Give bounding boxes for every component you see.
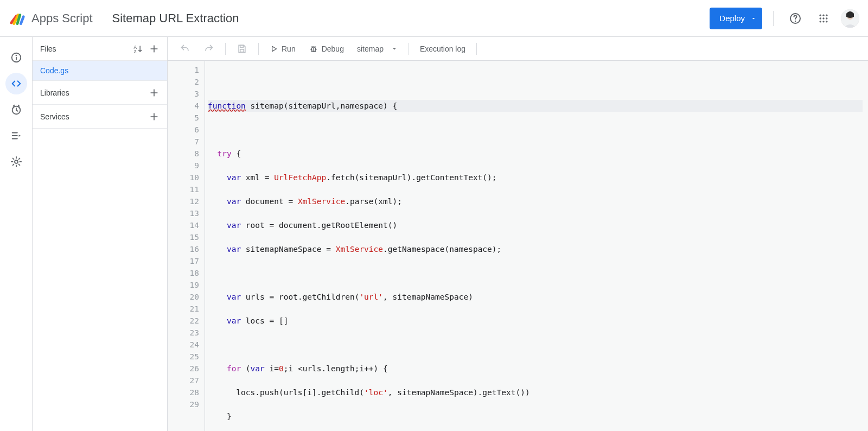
svg-point-2 (820, 14, 821, 16)
save-icon (237, 43, 247, 54)
services-section[interactable]: Services (33, 105, 167, 129)
toolbar-separator (225, 43, 226, 55)
svg-point-3 (822, 14, 824, 16)
code-editor[interactable]: 1234567891011121314151617181920212223242… (168, 61, 868, 431)
undo-icon (180, 43, 190, 54)
info-icon (10, 52, 22, 64)
svg-rect-20 (240, 45, 244, 47)
execution-log-label: Execution log (420, 45, 465, 53)
code-border (205, 61, 205, 431)
play-icon (270, 45, 278, 53)
executions-icon (10, 130, 22, 142)
editor-pane: Run Debug sitemap Execution log 12345678… (168, 37, 868, 431)
code-icon (10, 78, 22, 90)
file-item-code[interactable]: Code.gs (33, 61, 167, 81)
function-selector[interactable]: sitemap (353, 42, 402, 55)
logo-area: Apps Script (9, 10, 93, 27)
svg-point-17 (15, 160, 18, 163)
svg-rect-21 (240, 49, 244, 52)
toolbar-separator (258, 43, 259, 55)
debug-icon (309, 44, 318, 54)
files-label: Files (40, 45, 56, 53)
add-service-button[interactable] (149, 111, 159, 122)
redo-button[interactable] (199, 41, 219, 56)
apps-menu-button[interactable] (813, 8, 834, 29)
rail-triggers[interactable] (5, 99, 27, 121)
plus-icon (149, 111, 159, 122)
project-title[interactable]: Sitemap URL Extraction (112, 11, 239, 26)
code-content[interactable]: function sitemap(sitemapUrl,namespace) {… (205, 61, 868, 431)
rail-settings[interactable] (5, 151, 27, 173)
svg-point-14 (15, 55, 16, 56)
svg-text:Z: Z (134, 49, 137, 54)
function-selected: sitemap (357, 45, 384, 53)
debug-label: Debug (322, 45, 344, 53)
file-name: Code.gs (40, 66, 68, 75)
toolbar-separator (476, 43, 477, 55)
caret-down-icon (750, 15, 757, 22)
add-file-button[interactable] (149, 43, 159, 54)
rail-executions[interactable] (5, 125, 27, 147)
sort-files-button[interactable]: AZ (132, 43, 143, 54)
run-label: Run (282, 45, 296, 53)
apps-grid-icon (818, 13, 829, 24)
save-button[interactable] (232, 41, 252, 56)
debug-button[interactable]: Debug (304, 42, 348, 56)
svg-point-9 (822, 21, 824, 22)
account-avatar[interactable] (841, 9, 859, 28)
svg-point-8 (820, 21, 821, 22)
header-actions: Deploy (710, 8, 859, 29)
apps-script-logo-icon (9, 10, 26, 27)
deploy-button[interactable]: Deploy (710, 8, 762, 29)
add-library-button[interactable] (149, 87, 159, 98)
svg-point-7 (826, 17, 827, 19)
plus-icon (149, 43, 159, 54)
deploy-label: Deploy (719, 14, 745, 23)
left-rail (0, 37, 33, 431)
svg-point-4 (826, 14, 827, 16)
redo-icon (203, 43, 214, 54)
gear-icon (10, 156, 22, 168)
line-number-gutter: 1234567891011121314151617181920212223242… (168, 61, 205, 431)
libraries-label: Libraries (40, 88, 69, 97)
rail-overview[interactable] (5, 47, 27, 68)
undo-button[interactable] (175, 41, 195, 56)
caret-down-icon (391, 46, 398, 52)
svg-point-1 (795, 20, 796, 21)
sidebar: Files AZ Code.gs Libraries Services (33, 37, 168, 431)
libraries-section[interactable]: Libraries (33, 81, 167, 105)
rail-editor[interactable] (5, 73, 27, 94)
sort-az-icon: AZ (132, 43, 143, 54)
files-section-header: Files AZ (33, 37, 167, 61)
run-button[interactable]: Run (265, 42, 300, 55)
main: Files AZ Code.gs Libraries Services (0, 37, 868, 431)
toolbar-separator (409, 43, 409, 55)
help-button[interactable] (784, 8, 806, 29)
avatar-icon (841, 9, 859, 28)
svg-point-5 (820, 17, 821, 19)
clock-icon (10, 104, 22, 116)
services-label: Services (40, 112, 69, 121)
plus-icon (149, 87, 159, 98)
header: Apps Script Sitemap URL Extraction Deplo… (0, 0, 868, 37)
svg-rect-15 (16, 57, 17, 60)
svg-point-6 (822, 17, 824, 19)
execution-log-button[interactable]: Execution log (416, 42, 470, 55)
help-icon (789, 12, 802, 25)
divider (773, 11, 774, 26)
svg-point-10 (826, 21, 827, 22)
editor-toolbar: Run Debug sitemap Execution log (168, 37, 868, 61)
product-name: Apps Script (31, 11, 93, 26)
